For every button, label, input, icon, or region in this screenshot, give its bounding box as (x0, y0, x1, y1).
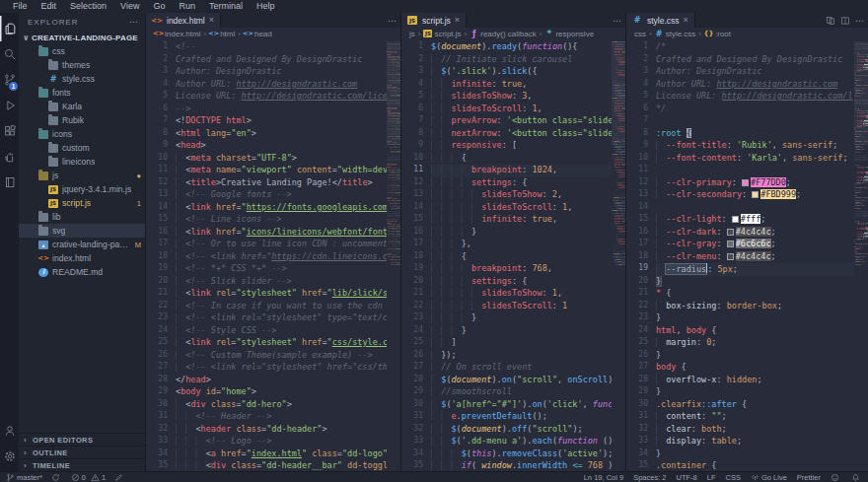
explorer-item-style-css[interactable]: #style.css (19, 72, 145, 86)
code-line[interactable]: <head> (176, 140, 387, 153)
code-line[interactable]: --clr-dark: #4c4c4c; (656, 227, 854, 240)
code-line[interactable] (656, 115, 854, 128)
hand-extension-icon[interactable] (0, 144, 19, 170)
code-line[interactable]: breakpoint: 768, (431, 263, 612, 276)
workspace-root-folder[interactable]: ∨ CREATIVE-LANDING-PAGE (19, 31, 145, 44)
code-line[interactable]: Crafted and Designed By DesignDrastic (656, 54, 854, 67)
encoding-status[interactable]: UTF-8 (677, 473, 697, 482)
code-line[interactable]: <!-- Or to use line icon CDN : uncomment (176, 239, 387, 251)
code-line[interactable]: { (431, 251, 612, 264)
breadcrumb-item--root[interactable]: {}:root (704, 30, 731, 38)
git-branch-status[interactable]: master* (6, 473, 42, 482)
breadcrumb-item-html[interactable]: <>html (209, 30, 235, 38)
explorer-item-svg[interactable]: svg (19, 224, 145, 238)
code-line[interactable]: slidesToScroll: 1, (431, 103, 612, 116)
explorer-item-jquery-3-4-1-min-js[interactable]: JSjquery-3.4.1.min.js (19, 182, 145, 196)
code-line[interactable]: infinite: true, (431, 214, 612, 227)
code-line[interactable]: <meta name="viewport" content="width=dev… (176, 165, 387, 177)
code-line[interactable]: $('.slick').slick({ (431, 66, 612, 79)
split-editor-icon[interactable] (840, 16, 850, 26)
code-line[interactable]: <link rel="stylesheet" href="lib/slick/s… (176, 288, 387, 301)
breadcrumb-item-index-html[interactable]: <>index.html (154, 30, 200, 38)
breadcrumb-item-responsive[interactable]: *responsive (544, 30, 594, 38)
explorer-icon[interactable] (0, 16, 19, 41)
breadcrumb-item-css[interactable]: css (634, 30, 646, 38)
explorer-item-custom[interactable]: custom (19, 141, 145, 155)
tab-style-css[interactable]: #style.css× (626, 13, 695, 28)
source-control-icon[interactable]: 1 (0, 67, 19, 93)
search-icon[interactable] (0, 41, 19, 67)
notifications-button[interactable] (851, 473, 862, 482)
close-icon[interactable]: × (455, 16, 460, 25)
more-actions-icon[interactable]: ⋯ (388, 16, 397, 26)
code-line[interactable]: { (431, 153, 612, 166)
code-line[interactable]: } (656, 448, 854, 461)
code-line[interactable]: <link rel="stylesheet" href="css/style.c… (176, 337, 387, 350)
extensions-icon[interactable] (0, 118, 19, 144)
code-line[interactable]: } (656, 350, 854, 363)
explorer-item-fonts[interactable]: fonts (19, 86, 145, 100)
go-live-button[interactable]: Go Live (751, 473, 787, 482)
code-line[interactable]: <header class="dd-header"> (176, 424, 387, 437)
minimap[interactable]: $(document).ready(function(){ // Initiat… (612, 41, 625, 471)
code-line[interactable]: <a href="index.html" class="dd-logo"> (176, 448, 387, 461)
code-line[interactable]: html, body { (656, 325, 854, 338)
code-content[interactable]: $(document).ready(function(){ // Initiat… (431, 41, 612, 471)
code-line[interactable]: Author: DesignDrastic (176, 66, 387, 79)
code-line[interactable]: <!-- <link href="https://cdn.lineicons.c… (176, 251, 387, 264)
code-content[interactable]: /*Crafted and Designed By DesignDrasticA… (656, 41, 854, 471)
tab-script-js[interactable]: JSscript.js× (401, 13, 467, 28)
code-line[interactable]: $('.dd-menu a').each(function () (431, 436, 612, 448)
explorer-item-css[interactable]: css (19, 44, 145, 58)
compare-changes-icon[interactable] (826, 16, 835, 26)
code-line[interactable]: content: ""; (656, 411, 854, 424)
explorer-item-readme-md[interactable]: iREADME.md (19, 265, 145, 279)
code-line[interactable]: margin: 0; (656, 337, 854, 350)
more-actions-icon[interactable]: ⋯ (613, 16, 621, 26)
sync-changes-button[interactable] (51, 473, 62, 482)
language-mode-status[interactable]: CSS (726, 473, 741, 482)
code-line[interactable]: breakpoint: 1024, (431, 165, 612, 177)
code-line[interactable]: $(document).on("scroll", onScroll); (431, 375, 612, 387)
explorer-item-karla[interactable]: Karla (19, 100, 145, 113)
code-line[interactable]: // Initiate slick carousel (431, 54, 612, 67)
code-line[interactable]: * { (656, 288, 854, 301)
code-line[interactable]: } (431, 312, 612, 325)
sidebar-section-timeline[interactable]: ›TIMELINE (19, 458, 145, 471)
tab-index-html[interactable]: <>index.html× (146, 13, 221, 28)
explorer-item-lib[interactable]: lib (19, 210, 145, 224)
menu-item-terminal[interactable]: Terminal (202, 0, 250, 13)
code-line[interactable]: clear: both; (656, 424, 854, 437)
menu-item-go[interactable]: Go (146, 0, 172, 13)
code-line[interactable]: slidesToShow: 1, (431, 288, 612, 301)
close-icon[interactable]: × (209, 16, 214, 25)
code-line[interactable]: // On scroll event (431, 362, 612, 375)
explorer-item-lineicons[interactable]: lineicons (19, 155, 145, 169)
code-line[interactable] (656, 165, 854, 177)
code-content[interactable]: <!--Crafted and Designed By DesignDrasti… (176, 41, 387, 471)
code-line[interactable]: --clr-menu: #4c4c4c; (656, 251, 854, 264)
code-line[interactable]: $(document).ready(function(){ (431, 41, 612, 54)
code-line[interactable]: <!-- Line icons --> (176, 214, 387, 227)
code-line[interactable]: overflow-x: hidden; (656, 375, 854, 387)
prettier-status[interactable]: Prettier (797, 473, 821, 482)
code-line[interactable]: } (656, 276, 854, 289)
code-line[interactable]: --clr-gray: #6c6c6c; (656, 239, 854, 251)
feedback-button[interactable] (831, 473, 841, 482)
minimap[interactable]: /*Crafted and Designed By DesignDrasticA… (854, 41, 868, 471)
code-line[interactable]: Crafted and Designed By DesignDrastic (176, 54, 387, 67)
code-line[interactable]: slidesToScroll: 1, (431, 202, 612, 215)
settings-gear-icon[interactable] (0, 444, 19, 469)
menu-item-run[interactable]: Run (172, 0, 202, 13)
code-line[interactable]: <meta charset="UTF-8"> (176, 153, 387, 166)
code-line[interactable]: prevArrow: '<button class="slide- (431, 115, 612, 128)
menu-item-edit[interactable]: Edit (35, 0, 64, 13)
code-line[interactable]: settings: { (431, 276, 612, 289)
code-line[interactable]: <div class="dd-header__bar" dd-toggle (176, 460, 387, 471)
menu-item-file[interactable]: File (6, 0, 35, 13)
code-line[interactable]: body { (656, 362, 854, 375)
indentation-status[interactable]: Spaces: 2 (633, 473, 666, 482)
code-line[interactable]: <!-- Style CSS --> (176, 325, 387, 338)
code-line[interactable]: Author URL: http://designdrastic.com (656, 79, 854, 92)
code-line[interactable]: <!-- Header --> (176, 411, 387, 424)
